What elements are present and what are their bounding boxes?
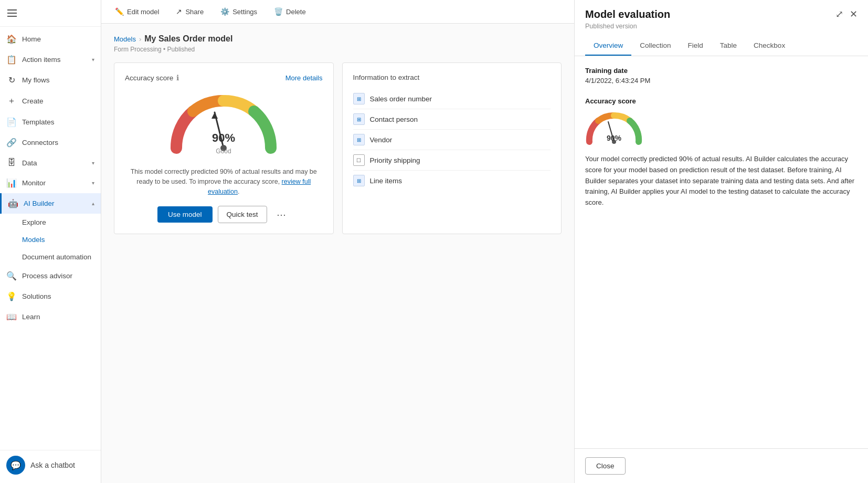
hamburger-menu[interactable] — [4, 6, 97, 20]
sidebar-item-action-items[interactable]: 📋 Action items ▾ — [0, 49, 101, 70]
panel-header: Model evaluation ⤢ ✕ Published version O… — [575, 0, 868, 56]
tab-field[interactable]: Field — [680, 36, 712, 56]
svg-text:Good: Good — [216, 148, 231, 155]
content-area: Models › My Sales Order model Form Proce… — [101, 24, 574, 483]
chatbot-icon: 💬 — [6, 456, 25, 475]
training-date-value: 4/1/2022, 6:43:24 PM — [585, 77, 858, 85]
tab-table[interactable]: Table — [712, 36, 745, 56]
gauge-description: This model correctly predicted 90% of ac… — [125, 167, 323, 196]
templates-icon: 📄 — [6, 117, 17, 127]
svg-text:90%: 90% — [607, 134, 622, 142]
flows-icon: ↻ — [6, 75, 17, 85]
home-icon: 🏠 — [6, 34, 17, 44]
panel-icons: ⤢ ✕ — [835, 8, 858, 20]
data-icon: 🗄 — [6, 158, 17, 167]
main-content: ✏️ Edit model ↗ Share ⚙️ Settings 🗑️ Del… — [101, 0, 574, 483]
tab-collection[interactable]: Collection — [631, 36, 679, 56]
sidebar-top — [0, 0, 101, 27]
action-items-icon: 📋 — [6, 55, 17, 65]
list-item: ⊞ Sales order number — [353, 89, 551, 109]
panel-gauge: 90% — [585, 110, 858, 149]
card-header: Accuracy score ℹ More details — [125, 74, 323, 82]
expand-icon[interactable]: ⤢ — [835, 8, 843, 20]
list-item: ⊞ Vendor — [353, 130, 551, 150]
tab-checkbox[interactable]: Checkbox — [745, 36, 793, 56]
settings-button[interactable]: ⚙️ Settings — [217, 5, 260, 18]
info-icon: ℹ — [176, 74, 179, 82]
chevron-up-icon: ▴ — [92, 201, 94, 206]
svg-text:90%: 90% — [212, 131, 235, 144]
solutions-icon: 💡 — [6, 291, 17, 301]
ai-builder-icon: 🤖 — [8, 198, 18, 208]
more-details-link[interactable]: More details — [285, 74, 323, 82]
use-model-button[interactable]: Use model — [157, 206, 213, 223]
panel-tabs: Overview Collection Field Table Checkbox — [585, 36, 858, 56]
breadcrumb: Models › My Sales Order model — [114, 34, 562, 44]
accuracy-label: Accuracy score — [585, 97, 858, 105]
learn-icon: 📖 — [6, 312, 17, 322]
share-icon: ↗ — [176, 7, 182, 16]
gauge-chart: 90% Good — [125, 90, 323, 159]
sidebar: 🏠 Home 📋 Action items ▾ ↻ My flows ＋ Cre… — [0, 0, 101, 483]
close-icon[interactable]: ✕ — [850, 8, 858, 20]
list-item: ⊞ Contact person — [353, 109, 551, 130]
sidebar-item-my-flows[interactable]: ↻ My flows — [0, 70, 101, 90]
list-item: ⊞ Line items — [353, 171, 551, 191]
sidebar-item-home[interactable]: 🏠 Home — [0, 29, 101, 49]
checkbox-icon: ☐ — [353, 154, 365, 166]
share-button[interactable]: ↗ Share — [173, 5, 207, 18]
toolbar: ✏️ Edit model ↗ Share ⚙️ Settings 🗑️ Del… — [101, 0, 574, 24]
chatbot-button[interactable]: 💬 Ask a chatbot — [6, 456, 94, 475]
accuracy-card: Accuracy score ℹ More details — [114, 62, 334, 234]
connectors-icon: 🔗 — [6, 138, 17, 148]
delete-button[interactable]: 🗑️ Delete — [271, 5, 309, 18]
close-button[interactable]: Close — [585, 457, 626, 475]
cards-row: Accuracy score ℹ More details — [114, 62, 562, 234]
edit-model-button[interactable]: ✏️ Edit model — [112, 5, 162, 18]
panel-body: Training date 4/1/2022, 6:43:24 PM Accur… — [575, 56, 868, 448]
panel-title: Model evaluation — [585, 8, 670, 20]
right-panel: Model evaluation ⤢ ✕ Published version O… — [574, 0, 868, 483]
settings-icon: ⚙️ — [220, 7, 229, 16]
table-icon: ⊞ — [353, 113, 365, 125]
panel-gauge-svg: 90% — [585, 110, 643, 147]
sidebar-item-learn[interactable]: 📖 Learn — [0, 307, 101, 327]
info-card: Information to extract ⊞ Sales order num… — [342, 62, 562, 234]
sidebar-item-data[interactable]: 🗄 Data ▾ — [0, 153, 101, 173]
sidebar-item-connectors[interactable]: 🔗 Connectors — [0, 132, 101, 153]
sidebar-sub-item-document-automation[interactable]: Document automation — [0, 248, 101, 266]
training-date-section: Training date 4/1/2022, 6:43:24 PM — [585, 67, 858, 85]
sidebar-item-monitor[interactable]: 📊 Monitor ▾ — [0, 173, 101, 193]
table-icon: ⊞ — [353, 175, 365, 186]
sidebar-sub-item-models[interactable]: Models — [0, 231, 101, 248]
sidebar-item-solutions[interactable]: 💡 Solutions — [0, 286, 101, 307]
table-icon: ⊞ — [353, 93, 365, 104]
create-icon: ＋ — [6, 96, 17, 107]
sidebar-item-ai-builder[interactable]: 🤖 AI Builder ▴ — [0, 193, 101, 214]
table-icon: ⊞ — [353, 134, 365, 145]
info-card-title: Information to extract — [353, 74, 551, 81]
accuracy-description: Your model correctly predicted 90% of ac… — [585, 154, 858, 208]
sidebar-item-templates[interactable]: 📄 Templates — [0, 112, 101, 132]
more-options-button[interactable]: ⋯ — [272, 207, 290, 223]
gauge-svg: 90% Good — [166, 90, 281, 159]
panel-footer: Close — [575, 448, 868, 483]
list-item: ☐ Priority shipping — [353, 150, 551, 171]
sidebar-sub-item-explore[interactable]: Explore — [0, 214, 101, 231]
training-date-label: Training date — [585, 67, 858, 75]
sidebar-item-create[interactable]: ＋ Create — [0, 90, 101, 112]
chevron-down-icon: ▾ — [92, 57, 94, 62]
monitor-icon: 📊 — [6, 178, 17, 188]
edit-icon: ✏️ — [115, 7, 124, 16]
panel-subtitle: Published version — [585, 23, 858, 30]
quick-test-button[interactable]: Quick test — [218, 206, 267, 223]
page-subtitle: Form Processing • Published — [114, 46, 562, 53]
panel-title-row: Model evaluation ⤢ ✕ — [585, 8, 858, 20]
info-items-list: ⊞ Sales order number ⊞ Contact person ⊞ … — [353, 89, 551, 191]
delete-icon: 🗑️ — [274, 7, 283, 16]
sidebar-bottom: 💬 Ask a chatbot — [0, 450, 101, 483]
chevron-down-icon: ▾ — [92, 160, 94, 166]
sidebar-item-process-advisor[interactable]: 🔍 Process advisor — [0, 266, 101, 286]
tab-overview[interactable]: Overview — [585, 36, 631, 56]
chevron-down-icon: ▾ — [92, 180, 94, 186]
